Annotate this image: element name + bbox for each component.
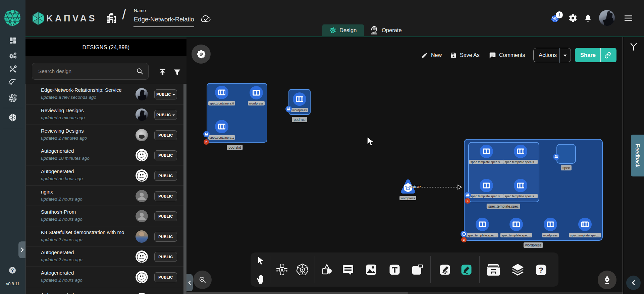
svg-text:?: ?	[539, 266, 543, 274]
svg-text:80/TCP: 80/TCP	[411, 185, 421, 189]
